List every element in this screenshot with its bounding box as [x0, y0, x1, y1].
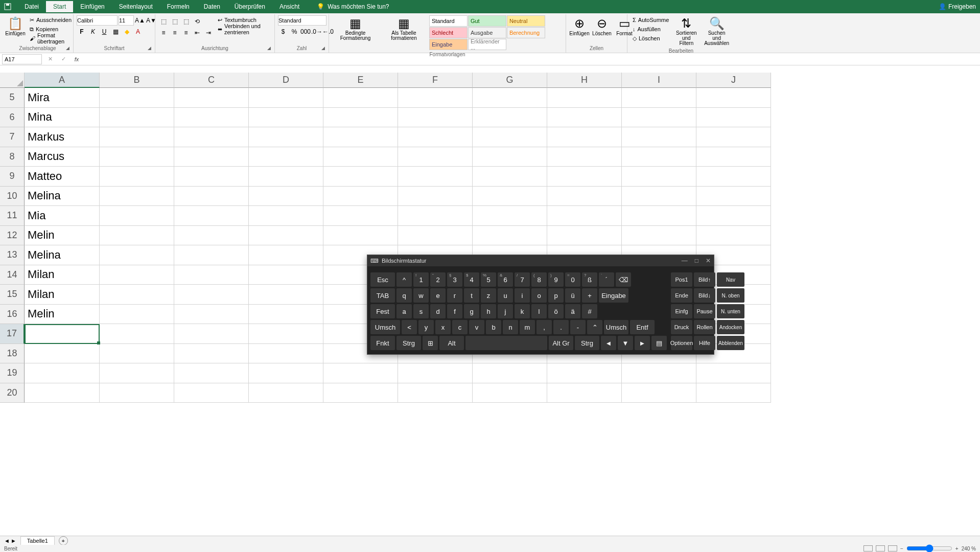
cell-C9[interactable] — [174, 167, 249, 187]
osk-key[interactable]: l — [531, 304, 547, 318]
tab-daten[interactable]: Daten — [197, 1, 227, 12]
cell-F6[interactable] — [398, 108, 473, 128]
row-header-9[interactable]: 9 — [0, 167, 25, 187]
osk-key[interactable]: Hilfe — [694, 336, 715, 350]
tab-seitenlayout[interactable]: Seitenlayout — [112, 1, 160, 12]
row-header-16[interactable]: 16 — [0, 305, 25, 325]
cell-J11[interactable] — [696, 206, 771, 226]
osk-key[interactable]: Alt — [439, 336, 464, 350]
osk-key[interactable]: Fest — [370, 304, 395, 318]
osk-key[interactable]: a — [396, 304, 412, 318]
number-launcher[interactable]: ◢ — [321, 45, 328, 52]
cell-B11[interactable] — [100, 206, 174, 226]
insert-cells-button[interactable]: ⊕Einfügen — [569, 15, 590, 37]
page-break-button[interactable] — [888, 545, 897, 551]
align-middle-button[interactable]: ⬚ — [170, 16, 180, 27]
cut-button[interactable]: ✂Ausschneiden — [28, 15, 74, 25]
cell-C7[interactable] — [174, 127, 249, 147]
cell-E8[interactable] — [323, 147, 398, 167]
osk-key[interactable]: b — [486, 320, 501, 334]
cell-A6[interactable]: Mina — [25, 108, 100, 128]
osk-key[interactable]: y — [418, 320, 434, 334]
osk-key[interactable]: Ende — [671, 288, 692, 303]
osk-key[interactable]: Druck — [671, 320, 692, 334]
zoom-out-button[interactable]: − — [900, 546, 903, 551]
cell-J19[interactable] — [696, 363, 771, 383]
osk-key[interactable]: Bild↓ — [694, 288, 715, 303]
cell-D16[interactable] — [249, 305, 323, 325]
cell-D20[interactable] — [249, 383, 323, 403]
cell-A14[interactable]: Milan — [25, 265, 100, 285]
osk-key[interactable]: ▼ — [618, 336, 633, 350]
cell-C18[interactable] — [174, 344, 249, 364]
row-header-10[interactable]: 10 — [0, 187, 25, 206]
osk-key[interactable]: Entf — [630, 320, 655, 334]
cell-B10[interactable] — [100, 187, 174, 206]
cell-C20[interactable] — [174, 383, 249, 403]
col-header-G[interactable]: G — [473, 73, 547, 88]
row-header-6[interactable]: 6 — [0, 108, 25, 128]
osk-key[interactable]: 9) — [548, 272, 564, 287]
cell-D5[interactable] — [249, 88, 323, 108]
osk-key[interactable]: TAB — [370, 288, 395, 303]
cell-F19[interactable] — [398, 363, 473, 383]
cell-D15[interactable] — [249, 285, 323, 305]
osk-key[interactable]: Strg — [575, 336, 599, 350]
cell-B7[interactable] — [100, 127, 174, 147]
cell-A16[interactable]: Melin — [25, 305, 100, 325]
cell-C17[interactable] — [174, 324, 249, 344]
cell-I11[interactable] — [622, 206, 696, 226]
align-right-button[interactable]: ≡ — [181, 28, 191, 38]
cell-B20[interactable] — [100, 383, 174, 403]
cell-E20[interactable] — [323, 383, 398, 403]
cancel-formula-button[interactable]: ✕ — [45, 54, 55, 64]
cell-F9[interactable] — [398, 167, 473, 187]
row-header-20[interactable]: 20 — [0, 383, 25, 403]
osk-key[interactable]: Umsch — [370, 320, 400, 334]
osk-key[interactable]: d — [430, 304, 446, 318]
osk-key[interactable]: Umsch — [604, 320, 628, 334]
osk-key[interactable]: ⊞ — [423, 336, 438, 350]
cell-I12[interactable] — [622, 226, 696, 246]
osk-key[interactable]: m — [520, 320, 535, 334]
cell-F12[interactable] — [398, 226, 473, 246]
cell-F20[interactable] — [398, 383, 473, 403]
cell-B6[interactable] — [100, 108, 174, 128]
cell-D17[interactable] — [249, 324, 323, 344]
osk-key[interactable]: r — [447, 288, 462, 303]
align-left-button[interactable]: ≡ — [158, 28, 169, 38]
col-header-F[interactable]: F — [398, 73, 473, 88]
cell-H20[interactable] — [547, 383, 622, 403]
osk-key[interactable]: < — [402, 320, 417, 334]
osk-key[interactable]: Bild↑ — [694, 272, 715, 287]
fill-color-button[interactable]: ◆ — [122, 27, 132, 37]
osk-key[interactable]: , — [536, 320, 552, 334]
osk-key[interactable]: h — [481, 304, 496, 318]
cell-E10[interactable] — [323, 187, 398, 206]
sheet-next-button[interactable]: ► — [11, 538, 16, 544]
osk-key[interactable]: n — [503, 320, 518, 334]
cell-H7[interactable] — [547, 127, 622, 147]
cell-H9[interactable] — [547, 167, 622, 187]
row-header-19[interactable]: 19 — [0, 363, 25, 383]
cell-C12[interactable] — [174, 226, 249, 246]
cell-D8[interactable] — [249, 147, 323, 167]
cell-J6[interactable] — [696, 108, 771, 128]
add-sheet-button[interactable]: + — [59, 536, 68, 545]
osk-key[interactable]: ö — [548, 304, 564, 318]
cell-styles-gallery[interactable]: StandardGutNeutralSchlechtAusgabeBerechn… — [429, 15, 563, 51]
border-button[interactable]: ▦ — [110, 27, 121, 37]
cell-C8[interactable] — [174, 147, 249, 167]
cell-J20[interactable] — [696, 383, 771, 403]
style-neutral[interactable]: Neutral — [507, 15, 545, 27]
style-berechnung[interactable]: Berechnung — [507, 27, 545, 38]
cell-H8[interactable] — [547, 147, 622, 167]
indent-inc-button[interactable]: ⇥ — [203, 28, 214, 38]
style-ausgabe[interactable]: Ausgabe — [468, 27, 506, 38]
cell-G7[interactable] — [473, 127, 547, 147]
italic-button[interactable]: K — [88, 27, 98, 37]
cell-A18[interactable] — [25, 344, 100, 364]
osk-key[interactable]: e — [430, 288, 446, 303]
font-name-select[interactable] — [77, 15, 118, 26]
cell-A17[interactable] — [25, 324, 100, 344]
